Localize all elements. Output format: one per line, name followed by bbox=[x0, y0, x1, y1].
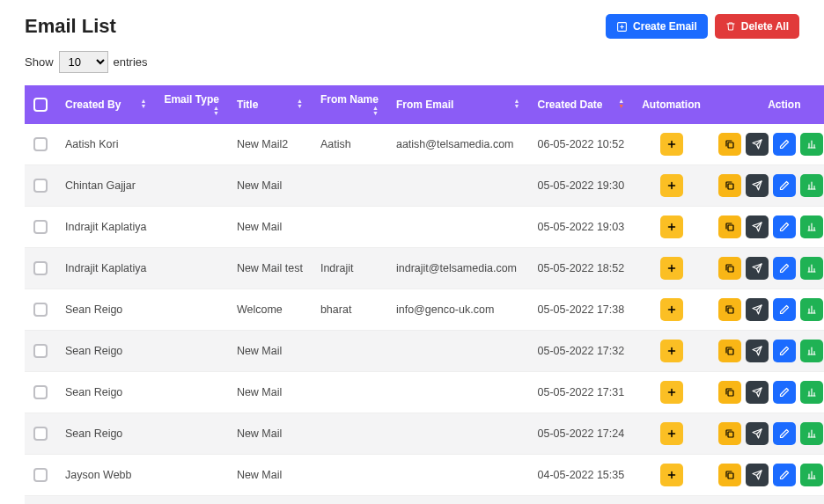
cell-email-type bbox=[155, 165, 227, 207]
row-checkbox[interactable] bbox=[33, 179, 48, 193]
chart-icon bbox=[806, 139, 817, 150]
col-from-name[interactable]: From Name▲▼ bbox=[312, 85, 387, 124]
delete-all-button[interactable]: Delete All bbox=[715, 14, 799, 39]
delete-all-label: Delete All bbox=[741, 20, 789, 33]
copy-button[interactable] bbox=[718, 257, 741, 280]
automation-button[interactable] bbox=[660, 174, 683, 197]
send-icon bbox=[752, 180, 762, 191]
pencil-icon bbox=[779, 304, 790, 315]
send-button[interactable] bbox=[746, 340, 769, 362]
row-checkbox[interactable] bbox=[33, 220, 48, 234]
stats-button[interactable] bbox=[800, 215, 823, 238]
row-checkbox[interactable] bbox=[33, 385, 48, 399]
copy-icon bbox=[725, 180, 735, 191]
stats-button[interactable] bbox=[800, 257, 823, 280]
stats-button[interactable] bbox=[800, 133, 823, 156]
edit-button[interactable] bbox=[773, 464, 796, 486]
send-button[interactable] bbox=[746, 215, 769, 238]
send-button[interactable] bbox=[746, 381, 769, 404]
automation-button[interactable] bbox=[660, 257, 683, 280]
stats-button[interactable] bbox=[800, 174, 823, 197]
edit-square-icon bbox=[616, 21, 628, 33]
copy-button[interactable] bbox=[718, 340, 741, 362]
svg-rect-2 bbox=[728, 184, 733, 189]
sort-icon: ▲▼ bbox=[514, 99, 520, 109]
cell-created-by: Jayson Webb bbox=[56, 455, 155, 496]
automation-button[interactable] bbox=[660, 298, 683, 321]
cell-from-name bbox=[312, 331, 387, 372]
edit-button[interactable] bbox=[773, 257, 796, 280]
sort-icon: ▲▼ bbox=[297, 99, 303, 109]
cell-from-name: bharat bbox=[312, 289, 387, 331]
send-button[interactable] bbox=[746, 422, 769, 445]
cell-created-date: 03-05-2022 11:46 bbox=[529, 496, 634, 505]
cell-from-name bbox=[312, 455, 387, 496]
send-button[interactable] bbox=[746, 257, 769, 280]
edit-button[interactable] bbox=[773, 298, 796, 321]
plus-icon bbox=[666, 222, 677, 232]
copy-icon bbox=[725, 428, 735, 439]
cell-created-by: Chintan Gajjar bbox=[56, 496, 155, 505]
svg-rect-5 bbox=[728, 308, 733, 313]
copy-button[interactable] bbox=[718, 381, 741, 404]
col-created-date[interactable]: Created Date▲▼ bbox=[529, 85, 634, 124]
edit-button[interactable] bbox=[773, 215, 796, 238]
stats-button[interactable] bbox=[800, 381, 823, 404]
automation-button[interactable] bbox=[660, 340, 683, 362]
edit-button[interactable] bbox=[773, 381, 796, 404]
automation-button[interactable] bbox=[660, 215, 683, 238]
copy-button[interactable] bbox=[718, 464, 741, 486]
automation-button[interactable] bbox=[660, 422, 683, 445]
col-from-email[interactable]: From Email▲▼ bbox=[387, 85, 529, 124]
chart-icon bbox=[806, 346, 817, 356]
stats-button[interactable] bbox=[800, 340, 823, 362]
cell-created-date: 05-05-2022 19:03 bbox=[529, 207, 634, 248]
row-checkbox[interactable] bbox=[33, 427, 48, 441]
send-icon bbox=[752, 470, 762, 480]
cell-from-email bbox=[387, 207, 529, 248]
automation-button[interactable] bbox=[660, 381, 683, 404]
row-checkbox[interactable] bbox=[33, 344, 48, 358]
stats-button[interactable] bbox=[800, 464, 823, 486]
send-button[interactable] bbox=[746, 298, 769, 321]
cell-from-name bbox=[312, 207, 387, 248]
copy-button[interactable] bbox=[718, 422, 741, 445]
chart-icon bbox=[806, 222, 817, 232]
send-button[interactable] bbox=[746, 133, 769, 156]
send-icon bbox=[752, 428, 762, 439]
send-button[interactable] bbox=[746, 174, 769, 197]
select-all-checkbox[interactable] bbox=[33, 98, 48, 112]
svg-rect-1 bbox=[728, 142, 733, 148]
copy-button[interactable] bbox=[718, 215, 741, 238]
col-title[interactable]: Title▲▼ bbox=[228, 85, 312, 124]
plus-icon bbox=[666, 387, 677, 398]
cell-created-date: 05-05-2022 19:30 bbox=[529, 165, 634, 207]
col-action: Action bbox=[710, 85, 824, 124]
edit-button[interactable] bbox=[773, 422, 796, 445]
copy-button[interactable] bbox=[718, 298, 741, 321]
plus-icon bbox=[666, 139, 677, 150]
edit-button[interactable] bbox=[773, 340, 796, 362]
cell-created-by: Indrajit Kaplatiya bbox=[56, 207, 155, 248]
edit-button[interactable] bbox=[773, 174, 796, 197]
copy-icon bbox=[725, 346, 735, 356]
cell-created-by: Sean Reigo bbox=[56, 413, 155, 455]
automation-button[interactable] bbox=[660, 133, 683, 156]
col-created-by[interactable]: Created By▲▼ bbox=[56, 85, 155, 124]
stats-button[interactable] bbox=[800, 422, 823, 445]
row-checkbox[interactable] bbox=[33, 468, 48, 482]
stats-button[interactable] bbox=[800, 298, 823, 321]
cell-email-type bbox=[155, 413, 227, 455]
copy-button[interactable] bbox=[718, 174, 741, 197]
edit-button[interactable] bbox=[773, 133, 796, 156]
copy-button[interactable] bbox=[718, 133, 741, 156]
cell-created-date: 05-05-2022 17:32 bbox=[529, 331, 634, 372]
send-button[interactable] bbox=[746, 464, 769, 486]
automation-button[interactable] bbox=[660, 464, 683, 486]
create-email-button[interactable]: Create Email bbox=[606, 14, 708, 39]
col-email-type[interactable]: Email Type▲▼ bbox=[155, 85, 227, 124]
row-checkbox[interactable] bbox=[33, 303, 48, 317]
entries-select[interactable]: 102550100 bbox=[59, 51, 108, 73]
row-checkbox[interactable] bbox=[33, 261, 48, 275]
row-checkbox[interactable] bbox=[33, 137, 48, 151]
